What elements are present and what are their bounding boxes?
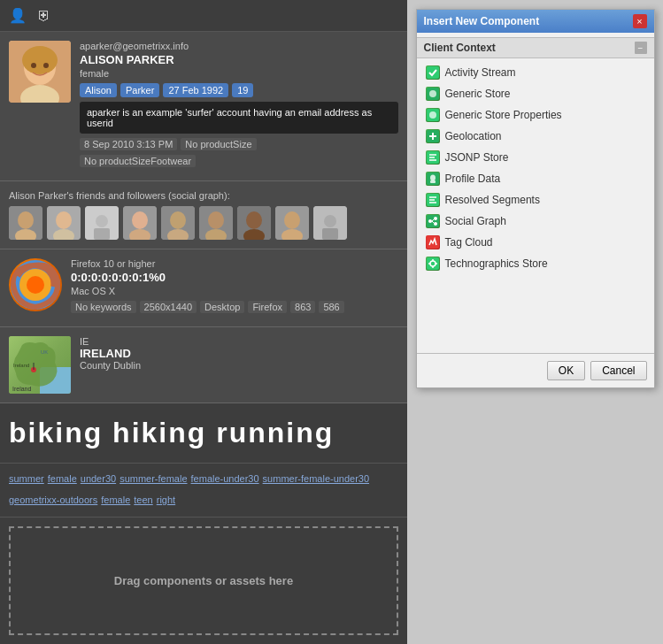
component-icon <box>426 193 440 207</box>
tag-date: 8 Sep 2010 3:13 PM <box>80 138 177 150</box>
tag-age: 19 <box>232 83 253 97</box>
profile-tags: Alison Parker 27 Feb 1992 19 <box>80 83 398 97</box>
component-icon <box>426 129 440 143</box>
friends-section: Alison Parker's friends and followers (s… <box>0 181 407 249</box>
segment-link[interactable]: right <box>157 492 175 510</box>
segment-link[interactable]: female <box>101 492 130 510</box>
svg-point-3 <box>22 46 58 74</box>
browser-tags: No keywords 2560x1440 Desktop Firefox 86… <box>71 301 398 313</box>
location-section: Ireland UK Ireland IE IRELAND County Dub… <box>0 327 407 403</box>
svg-point-55 <box>434 222 437 226</box>
browser-os: Mac OS X <box>71 286 398 296</box>
svg-rect-50 <box>430 180 436 183</box>
segments-row: summer female under30 summer-female fema… <box>9 471 398 510</box>
svg-point-28 <box>284 211 300 229</box>
list-item-label: Technographics Store <box>445 257 548 270</box>
segment-link[interactable]: summer-female-under30 <box>263 471 369 488</box>
list-item[interactable]: Resolved Segments <box>417 189 654 211</box>
svg-point-49 <box>430 175 436 181</box>
list-item[interactable]: Tag Cloud <box>417 232 654 253</box>
svg-point-16 <box>132 211 148 229</box>
svg-rect-32 <box>322 228 338 240</box>
svg-point-10 <box>56 211 72 229</box>
segment-link[interactable]: female <box>48 471 77 488</box>
profile-date-tags: 8 Sep 2010 3:13 PM No productSize <box>80 138 398 150</box>
left-panel: 👤 ⛨ aparker@geometrixx.info ALISON PARKE… <box>0 0 407 644</box>
settings-icon: ⛨ <box>37 8 51 24</box>
list-item[interactable]: Profile Data <box>417 168 654 189</box>
list-item-label: Activity Stream <box>445 66 516 79</box>
svg-point-53 <box>428 219 432 223</box>
svg-point-5 <box>43 63 49 68</box>
list-item-label: Generic Store Properties <box>445 109 562 121</box>
drag-zone[interactable]: Drag components or assets here <box>9 526 398 635</box>
segment-link[interactable]: summer <box>9 471 44 488</box>
list-item[interactable]: Generic Store Properties <box>417 104 654 126</box>
dialog-title: Insert New Component <box>424 15 540 27</box>
tag-first: Alison <box>80 83 117 97</box>
component-icon <box>426 150 440 165</box>
tag-586: 586 <box>319 301 343 313</box>
tag-resolution: 2560x1440 <box>140 301 197 313</box>
profile-tooltip: aparker is an example 'surfer' account h… <box>80 102 398 134</box>
svg-point-13 <box>96 215 108 227</box>
dialog-footer: OK Cancel <box>417 353 654 387</box>
segment-link[interactable]: under30 <box>81 471 116 488</box>
component-icon <box>426 172 440 186</box>
cancel-button[interactable]: Cancel <box>590 361 646 380</box>
browser-section: Firefox 10 or higher 0:0:0:0:0:0:0:1%0 M… <box>0 249 407 327</box>
map-thumbnail: Ireland UK Ireland <box>9 336 71 394</box>
svg-text:Ireland: Ireland <box>13 363 29 368</box>
section-header-label: Client Context <box>424 42 496 54</box>
tag-firefox: Firefox <box>248 301 287 313</box>
svg-point-35 <box>27 276 44 294</box>
browser-version: Firefox 10 or higher <box>71 258 398 269</box>
segment-link[interactable]: female-under30 <box>191 471 259 488</box>
browser-info: Firefox 10 or higher 0:0:0:0:0:0:0:1%0 M… <box>71 258 398 318</box>
list-item[interactable]: Social Graph <box>417 211 654 232</box>
svg-point-22 <box>208 211 224 229</box>
list-item-label: Resolved Segments <box>445 194 540 206</box>
list-item[interactable]: Generic Store <box>417 83 654 104</box>
friend-avatar <box>199 206 233 240</box>
svg-point-54 <box>434 217 437 220</box>
segment-link[interactable]: teen <box>134 492 152 510</box>
country-name: IRELAND <box>80 347 398 360</box>
list-item[interactable]: Geolocation <box>417 126 654 147</box>
friend-avatar <box>161 206 195 240</box>
segment-link[interactable]: geometrixx-outdoors <box>9 492 97 510</box>
svg-rect-14 <box>94 228 110 240</box>
friends-row <box>9 206 398 240</box>
component-icon <box>426 87 440 101</box>
svg-point-31 <box>324 215 336 227</box>
dialog-spacer <box>417 278 654 349</box>
list-item[interactable]: JSONP Store <box>417 147 654 168</box>
drag-zone-text: Drag components or assets here <box>114 574 293 587</box>
tag-dob: 27 Feb 1992 <box>163 83 228 97</box>
friend-avatar <box>123 206 157 240</box>
profile-info: aparker@geometrixx.info ALISON PARKER fe… <box>80 41 398 172</box>
top-bar: 👤 ⛨ <box>0 0 407 32</box>
dialog-body: Client Context − Activity Stream Generic… <box>417 33 654 353</box>
svg-text:Ireland: Ireland <box>12 386 32 392</box>
svg-point-7 <box>18 211 34 229</box>
component-icon <box>426 214 440 228</box>
tag-last: Parker <box>120 83 159 97</box>
collapse-button[interactable]: − <box>635 42 647 54</box>
tag-no-footwear: No productSizeFootwear <box>80 155 196 167</box>
dialog-close-button[interactable]: × <box>633 14 647 28</box>
firefox-icon <box>9 258 62 311</box>
ok-button[interactable]: OK <box>547 361 585 380</box>
list-item-label: JSONP Store <box>445 151 509 164</box>
friend-avatar <box>275 206 309 240</box>
list-item[interactable]: Technographics Store <box>417 253 654 274</box>
friends-label: Alison Parker's friends and followers (s… <box>9 190 398 201</box>
segment-link[interactable]: summer-female <box>119 471 187 488</box>
list-item[interactable]: Activity Stream <box>417 62 654 83</box>
list-item-label: Geolocation <box>445 130 502 142</box>
component-icon <box>426 108 440 122</box>
list-item-label: Profile Data <box>445 172 501 185</box>
profile-section: aparker@geometrixx.info ALISON PARKER fe… <box>0 32 407 181</box>
svg-rect-41 <box>427 66 439 79</box>
svg-point-19 <box>170 211 186 229</box>
